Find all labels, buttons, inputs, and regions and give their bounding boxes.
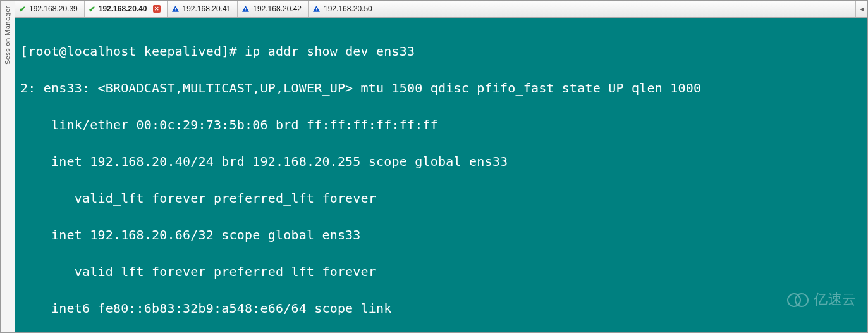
terminal-line: 2: ens33: <BROADCAST,MULTICAST,UP,LOWER_… bbox=[20, 79, 862, 97]
terminal-window: Session Manager ✔ 192.168.20.39 ✔ 192.16… bbox=[0, 0, 868, 333]
tab-host-4[interactable]: 192.168.20.42 bbox=[238, 1, 309, 17]
tab-label: 192.168.20.42 bbox=[253, 4, 302, 13]
tab-host-2[interactable]: ✔ 192.168.20.40 ✕ bbox=[85, 1, 168, 17]
tab-host-3[interactable]: 192.168.20.41 bbox=[168, 1, 238, 17]
svg-rect-3 bbox=[245, 10, 246, 11]
terminal-line: inet6 fe80::6b83:32b9:a548:e66/64 scope … bbox=[20, 299, 862, 318]
terminal-line: link/ether 00:0c:29:73:5b:06 brd ff:ff:f… bbox=[20, 116, 862, 134]
terminal-line: inet 192.168.20.40/24 brd 192.168.20.255… bbox=[20, 153, 862, 171]
tab-label: 192.168.20.40 bbox=[99, 4, 147, 13]
terminal-line: valid_lft forever preferred_lft forever bbox=[20, 189, 862, 208]
tab-scroll-left-icon[interactable]: ◂ bbox=[855, 1, 867, 17]
check-icon: ✔ bbox=[89, 4, 95, 14]
terminal-line: [root@localhost keepalived]# ip addr sho… bbox=[20, 42, 862, 61]
tab-host-5[interactable]: 192.168.20.50 bbox=[309, 1, 379, 17]
tab-label: 192.168.20.41 bbox=[183, 4, 231, 13]
check-icon: ✔ bbox=[19, 4, 26, 14]
tab-host-1[interactable]: ✔ 192.168.20.39 bbox=[15, 1, 85, 17]
svg-rect-0 bbox=[174, 8, 175, 9]
main-pane: ✔ 192.168.20.39 ✔ 192.168.20.40 ✕ 192.16… bbox=[15, 1, 867, 332]
svg-rect-2 bbox=[245, 8, 246, 9]
tab-bar: ✔ 192.168.20.39 ✔ 192.168.20.40 ✕ 192.16… bbox=[15, 1, 867, 18]
terminal-output[interactable]: [root@localhost keepalived]# ip addr sho… bbox=[15, 18, 867, 332]
terminal-line: valid_lft forever preferred_lft forever bbox=[20, 263, 862, 281]
svg-rect-5 bbox=[316, 10, 317, 11]
warning-icon bbox=[241, 5, 250, 13]
tab-label: 192.168.20.39 bbox=[29, 4, 78, 13]
terminal-line: inet 192.168.20.66/32 scope global ens33 bbox=[20, 226, 862, 244]
warning-icon bbox=[312, 5, 321, 13]
close-icon[interactable]: ✕ bbox=[153, 5, 161, 13]
svg-rect-4 bbox=[316, 8, 317, 9]
tab-label: 192.168.20.50 bbox=[324, 4, 372, 13]
shell-prompt: [root@localhost keepalived]# bbox=[20, 44, 245, 59]
command-text: ip addr show dev ens33 bbox=[245, 44, 415, 59]
warning-icon bbox=[171, 5, 180, 13]
session-manager-tab[interactable]: Session Manager bbox=[1, 1, 15, 332]
svg-rect-1 bbox=[174, 10, 175, 11]
session-manager-label: Session Manager bbox=[4, 6, 11, 65]
